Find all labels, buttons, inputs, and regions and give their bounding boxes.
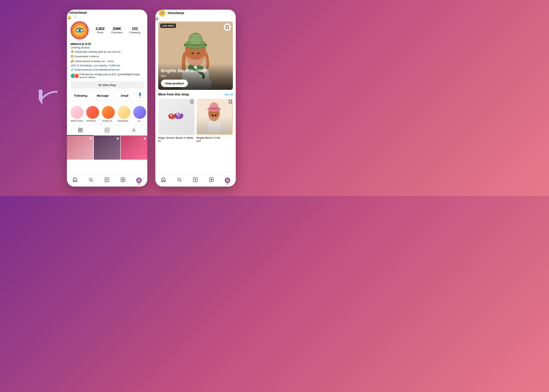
featured-product-price: $32 [161,74,230,77]
add-user-button[interactable]: 👤+ [136,91,144,101]
notification-icon[interactable]: 🔔 [67,15,71,19]
profile-link[interactable]: 🔗 shopmiracleye.com/collections/new-arr.… [70,68,144,71]
followed-avatars [70,73,78,78]
section-header: More from this shop See all [158,93,233,96]
nav-reels[interactable] [121,177,125,183]
product-card-2[interactable]: Brigitte Beret in Pink $32 [196,99,233,143]
link-icon: 🔗 [70,68,74,71]
video-icon-3: ▶ [144,137,146,140]
svg-point-16 [79,29,79,30]
profile-avatar[interactable] [70,21,89,39]
svg-rect-18 [81,128,82,130]
highlight-circle-1 [70,106,83,119]
product-card-name-1: Magic Shroom Button in White [158,136,194,140]
following-stat[interactable]: 153 Following [129,27,140,34]
right-nav-search[interactable] [177,177,182,183]
product-grid: Magic Shroom Button in White $2 [158,99,233,143]
followers-stat[interactable]: 208K Followers [111,27,123,34]
svg-line-3 [84,27,85,28]
bookmark-product-1[interactable] [190,100,193,104]
profile-bio-line2: ♻️ Sustainable & ethical [70,55,144,58]
highlight-3[interactable]: Tomato Stri... [102,106,115,122]
menu-button[interactable]: ≡ [155,16,158,21]
svg-point-73 [174,113,183,118]
svg-point-76 [178,115,180,117]
product-info-overlay: Brigitte Beret in Olive $32 View product [158,65,233,90]
back-button[interactable]: ‹ [67,10,68,15]
svg-rect-88 [196,99,232,134]
tab-tagged[interactable] [121,125,147,135]
right-nav-home[interactable] [161,177,166,183]
svg-point-74 [176,113,178,115]
highlight-4[interactable]: Marigold BTS [118,106,130,122]
posts-stat[interactable]: 2,802 Posts [96,27,105,34]
following-button[interactable]: Following [70,91,91,101]
topbar-left: ‹ [155,10,236,16]
followed-by: Followed by vintage.pop.up.613, goodbadg… [70,73,144,79]
right-nav-create[interactable] [193,177,198,183]
email-button[interactable]: Email [115,91,135,101]
grid-photo-1[interactable]: ▶ [67,135,93,160]
svg-line-9 [74,33,75,34]
product-name-row-2: Brigitte Beret in Pink $32 [196,136,233,143]
highlight-label-3: Tomato Stri... [102,120,115,122]
featured-product: Low stock Brigitte Beret in Olive $32 Vi… [158,21,233,90]
view-shop-button[interactable]: 🛍 View shop [70,81,144,89]
svg-rect-20 [81,131,82,132]
followed-avatar-2 [74,73,79,78]
profile-category[interactable]: Clothing (Brand) [70,46,144,49]
nav-create[interactable] [104,177,109,183]
svg-marker-95 [211,179,213,181]
grid-photo-2[interactable]: ▶ [94,135,120,160]
profile-stats: 2,802 Posts 208K Followers 153 Following [92,27,144,34]
svg-marker-22 [106,129,108,131]
more-options-icon[interactable]: ··· [74,15,77,19]
highlight-2[interactable]: VINTAGE S... [86,106,99,122]
svg-line-12 [76,25,77,25]
video-icon-1: ▶ [90,137,92,140]
nav-profile-container[interactable] [136,178,142,183]
svg-line-2 [82,25,83,25]
notification-dot [139,183,140,185]
right-back-button[interactable]: ‹ [155,10,157,16]
message-button[interactable]: Message [92,91,113,101]
svg-line-90 [180,181,181,182]
arrow-indicator [39,90,59,106]
video-icon-2: ▶ [117,137,119,140]
highlight-label-5: Ce... [137,120,142,122]
right-nav-profile-container[interactable] [225,178,230,183]
profile-bio-line3: 🌈 Latina-owned & family-run... more [70,59,144,63]
nav-search[interactable] [88,177,93,183]
nav-home[interactable] [73,177,77,183]
tab-reels[interactable] [94,125,120,135]
product-card-image-1 [158,99,195,135]
svg-point-23 [133,129,135,130]
product-card-1[interactable]: Magic Shroom Button in White $2 [158,99,195,143]
svg-line-6 [82,35,83,36]
shop-avatar[interactable] [159,10,166,16]
bookmark-product-2[interactable] [229,100,232,104]
tab-grid[interactable] [67,125,94,135]
profile-location[interactable]: 1031 N. Broadway, Los Angeles, Californi… [70,64,144,67]
right-nav-reels[interactable] [209,177,214,183]
view-product-button[interactable]: View product [161,80,188,87]
product-card-price-2: $32 [196,140,220,142]
highlight-1[interactable]: B&W Flower [70,106,83,122]
svg-marker-30 [122,179,124,181]
product-card-price-1: $2 [158,140,194,142]
highlights-row: B&W Flower VINTAGE S... Tomato Stri... M… [67,106,147,125]
action-buttons: Following Message Email 👤+ [70,91,144,101]
bookmark-button-featured[interactable] [224,23,231,31]
highlight-5[interactable]: Ce... [133,106,146,122]
product-card-name-2: Brigitte Beret in Pink [196,136,220,140]
svg-rect-19 [78,131,80,132]
highlight-circle-4 [118,106,130,119]
grid-photo-3[interactable]: ▶ [121,135,147,160]
highlight-label-4: Marigold BTS [118,120,130,122]
see-all-link[interactable]: See all [224,93,233,96]
svg-point-89 [178,178,181,181]
highlight-circle-2 [86,106,99,119]
left-phone: ‹ miracleeye 🔔 ··· [67,10,147,187]
svg-line-8 [76,35,77,36]
profile-name: MIRACLE EYE [70,42,144,46]
